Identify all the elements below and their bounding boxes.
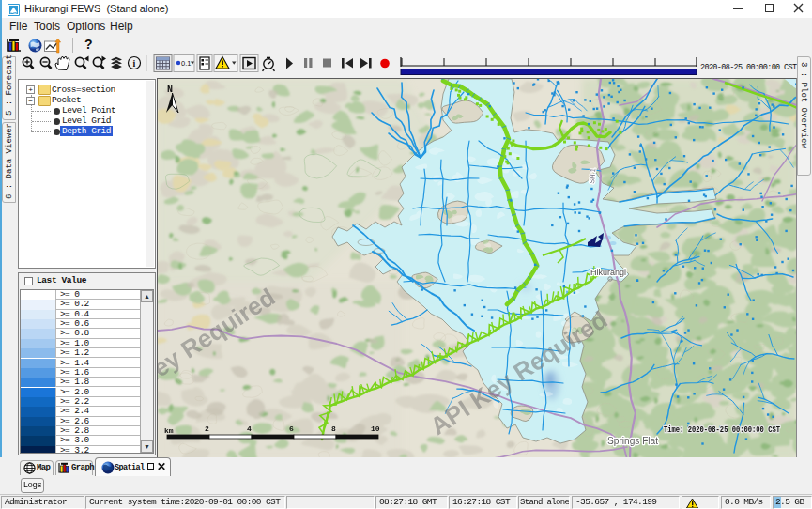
svg-text:km: km [164,426,174,435]
svg-text:2: 2 [205,424,209,433]
svg-text:8: 8 [331,424,336,433]
svg-text:SH 1: SH 1 [588,168,597,184]
svg-text:Springs Flat: Springs Flat [607,436,658,446]
svg-text:6: 6 [289,424,294,433]
svg-text:4: 4 [247,424,252,433]
svg-text:Time: 2020-08-25 00:00:00 CST: Time: 2020-08-25 00:00:00 CST [664,425,780,435]
svg-text:0.1: 0.1 [181,59,191,68]
svg-text:10: 10 [371,424,380,433]
svg-text:Hikurangi: Hikurangi [590,268,626,277]
svg-text:i: i [133,58,136,69]
